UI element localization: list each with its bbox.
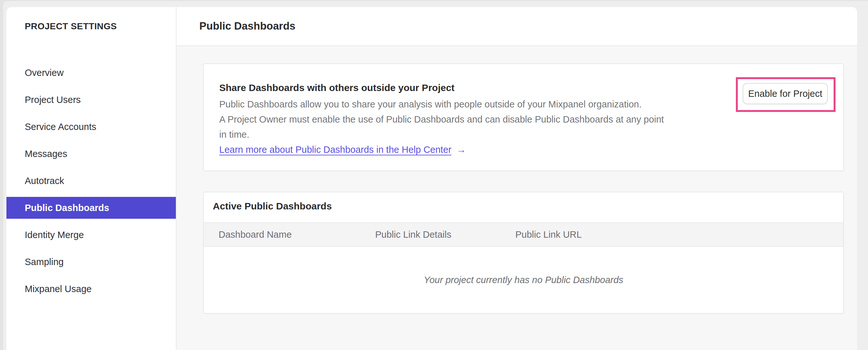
main-content: Share Dashboards with others outside you… xyxy=(177,46,857,350)
share-card-description-line-3: in time. xyxy=(219,127,664,142)
sidebar-item-sampling[interactable]: Sampling xyxy=(6,251,176,273)
main-area: Public Dashboards Share Dashboards with … xyxy=(177,7,857,350)
share-card-description-line-1: Public Dashboards allow you to share you… xyxy=(219,97,664,112)
column-dashboard-name: Dashboard Name xyxy=(219,223,291,246)
main-header: Public Dashboards xyxy=(177,7,857,46)
help-link-row: Learn more about Public Dashboards in th… xyxy=(219,144,466,155)
table-header-row: Dashboard Name Public Link Details Publi… xyxy=(204,222,843,247)
sidebar-item-project-users[interactable]: Project Users xyxy=(6,89,176,111)
share-card-description-line-2: A Project Owner must enable the use of P… xyxy=(219,112,664,127)
sidebar-item-overview[interactable]: Overview xyxy=(6,62,176,84)
share-card-description: Public Dashboards allow you to share you… xyxy=(219,97,664,142)
sidebar-title: PROJECT SETTINGS xyxy=(25,21,117,31)
page-title: Public Dashboards xyxy=(199,20,296,32)
project-settings-sidebar: PROJECT SETTINGS Overview Project Users … xyxy=(6,7,176,350)
active-dashboards-title: Active Public Dashboards xyxy=(213,201,332,212)
sidebar-item-messages[interactable]: Messages xyxy=(6,143,176,165)
share-dashboards-card: Share Dashboards with others outside you… xyxy=(203,63,844,171)
enable-for-project-button[interactable]: Enable for Project xyxy=(743,83,828,104)
column-public-link-url: Public Link URL xyxy=(515,223,582,246)
sidebar-item-identity-merge[interactable]: Identity Merge xyxy=(6,224,176,246)
sidebar-item-service-accounts[interactable]: Service Accounts xyxy=(6,116,176,138)
arrow-right-icon: → xyxy=(457,144,466,155)
empty-state-message: Your project currently has no Public Das… xyxy=(204,247,843,313)
sidebar-item-public-dashboards[interactable]: Public Dashboards xyxy=(6,197,176,219)
public-dashboards-settings-page: { "sidebar": { "title": "PROJECT SETTING… xyxy=(0,0,868,350)
share-card-title: Share Dashboards with others outside you… xyxy=(219,82,455,93)
sidebar-item-autotrack[interactable]: Autotrack xyxy=(6,170,176,192)
settings-panel: PROJECT SETTINGS Overview Project Users … xyxy=(6,7,857,350)
active-dashboards-card: Active Public Dashboards Dashboard Name … xyxy=(203,192,844,314)
sidebar-item-mixpanel-usage[interactable]: Mixpanel Usage xyxy=(6,278,176,300)
column-public-link-details: Public Link Details xyxy=(375,223,452,246)
sidebar-nav: Overview Project Users Service Accounts … xyxy=(6,62,176,305)
help-center-link[interactable]: Learn more about Public Dashboards in th… xyxy=(219,144,452,155)
